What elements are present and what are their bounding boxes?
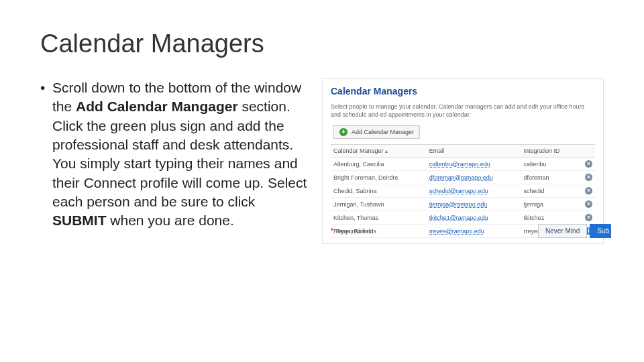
cell-integration: caltenbu	[521, 158, 578, 171]
remove-icon[interactable]: ×	[585, 200, 592, 208]
required-label: Required fields	[336, 228, 376, 235]
add-button-label: Add Calendar Manager	[352, 129, 414, 135]
col-name[interactable]: Calendar Manager	[331, 145, 427, 158]
col-actions	[578, 145, 595, 158]
cell-name: Chedid, Sabrina	[331, 184, 427, 198]
panel-description: Select people to manage your calendar. C…	[331, 103, 595, 119]
required-asterisk-icon: *	[331, 227, 333, 235]
cell-email[interactable]: dforeman@ramapo.edu	[427, 171, 521, 184]
screenshot-panel: Calendar Managers Select people to manag…	[322, 78, 604, 244]
bullet-bold-2: SUBMIT	[52, 213, 107, 228]
cell-email[interactable]: tkitche1@ramapo.edu	[427, 211, 521, 225]
cell-action: ×	[578, 184, 595, 198]
cell-email[interactable]: schedid@ramapo.edu	[427, 184, 521, 198]
cell-action: ×	[578, 211, 595, 225]
add-calendar-manager-button[interactable]: + Add Calendar Manager	[333, 125, 420, 139]
panel-heading: Calendar Managers	[331, 86, 595, 97]
col-integration[interactable]: Integration ID	[521, 145, 578, 158]
table-row: Jernigan, Tushawntjerniga@ramapo.edutjer…	[331, 198, 595, 211]
bullet-bold-1: Add Calendar Mangager	[76, 99, 238, 114]
panel-footer: * Required fields Never Mind Sub	[331, 224, 603, 238]
bullet-text: Scroll down to the bottom of the window …	[52, 78, 309, 231]
cell-name: Jernigan, Tushawn	[331, 198, 427, 211]
table-header-row: Calendar Manager Email Integration ID	[331, 145, 595, 158]
cell-integration: tkitche1	[521, 211, 578, 225]
bullet-tail: when you are done.	[107, 213, 234, 228]
col-email[interactable]: Email	[427, 145, 521, 158]
cell-integration: schedid	[521, 184, 578, 198]
cell-integration: tjerniga	[521, 198, 578, 211]
bullet-list: • Scroll down to the bottom of the windo…	[40, 78, 309, 231]
cell-name: Kitchen, Thomas	[331, 211, 427, 225]
cell-name: Altenburg, Caecilia	[331, 158, 427, 171]
cell-email[interactable]: tjerniga@ramapo.edu	[427, 198, 521, 211]
table-row: Kitchen, Thomastkitche1@ramapo.edutkitch…	[331, 211, 595, 225]
cell-integration: dforeman	[521, 171, 578, 184]
cell-name: Bright Foreman, Deirdre	[331, 171, 427, 184]
cell-action: ×	[578, 158, 595, 171]
remove-icon[interactable]: ×	[585, 214, 592, 221]
content-row: • Scroll down to the bottom of the windo…	[40, 78, 604, 244]
never-mind-button[interactable]: Never Mind	[538, 224, 587, 238]
remove-icon[interactable]: ×	[585, 187, 592, 194]
table-row: Chedid, Sabrinaschedid@ramapo.eduschedid…	[331, 184, 595, 198]
bullet-dot-icon: •	[40, 78, 52, 231]
page-title: Calendar Managers	[40, 29, 604, 58]
slide: Calendar Managers • Scroll down to the b…	[0, 0, 644, 264]
cell-action: ×	[578, 198, 595, 211]
submit-button[interactable]: Sub	[590, 224, 611, 238]
bullet-item: • Scroll down to the bottom of the windo…	[40, 78, 309, 231]
cell-email[interactable]: caltenbu@ramapo.edu	[427, 158, 521, 171]
table-row: Altenburg, Caeciliacaltenbu@ramapo.educa…	[331, 158, 595, 171]
remove-icon[interactable]: ×	[585, 160, 592, 168]
plus-icon: +	[339, 128, 347, 136]
table-row: Bright Foreman, Deirdredforeman@ramapo.e…	[331, 171, 595, 184]
cell-action: ×	[578, 171, 595, 184]
remove-icon[interactable]: ×	[585, 174, 592, 181]
bullet-mid: section. Click the green plus sign and a…	[52, 99, 307, 209]
